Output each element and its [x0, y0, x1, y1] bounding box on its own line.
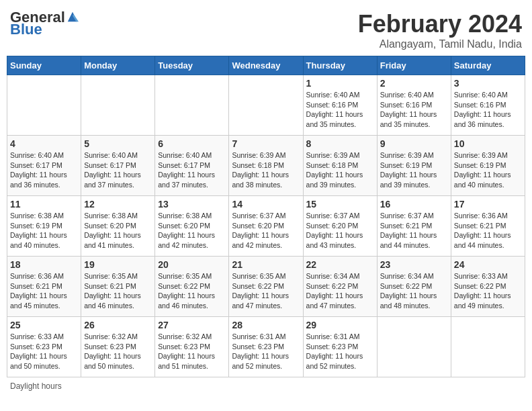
table-row: 23Sunrise: 6:34 AMSunset: 6:22 PMDayligh…: [377, 257, 451, 317]
day-number: 7: [232, 138, 300, 149]
day-number: 19: [84, 259, 152, 270]
day-info: Sunrise: 6:34 AMSunset: 6:22 PMDaylight:…: [380, 271, 448, 311]
day-number: 29: [306, 320, 374, 330]
day-info: Sunrise: 6:36 AMSunset: 6:21 PMDaylight:…: [10, 271, 78, 311]
table-row: [377, 317, 451, 377]
day-number: 18: [10, 259, 78, 270]
day-info: Sunrise: 6:35 AMSunset: 6:21 PMDaylight:…: [84, 271, 152, 311]
table-row: 17Sunrise: 6:36 AMSunset: 6:21 PMDayligh…: [451, 196, 525, 257]
day-info: Sunrise: 6:39 AMSunset: 6:19 PMDaylight:…: [380, 150, 448, 190]
logo-icon: [66, 11, 79, 23]
table-row: 25Sunrise: 6:33 AMSunset: 6:23 PMDayligh…: [7, 317, 81, 377]
subtitle: Alangayam, Tamil Nadu, India: [358, 38, 522, 50]
header: General Blue February 2024 Alangayam, Ta…: [7, 7, 525, 50]
footer: Daylight hours: [7, 381, 525, 391]
day-number: 20: [158, 259, 226, 270]
table-row: 29Sunrise: 6:31 AMSunset: 6:23 PMDayligh…: [303, 317, 377, 377]
col-header-wednesday: Wednesday: [229, 56, 303, 75]
table-row: 5Sunrise: 6:40 AMSunset: 6:17 PMDaylight…: [81, 136, 155, 196]
day-info: Sunrise: 6:31 AMSunset: 6:23 PMDaylight:…: [232, 332, 300, 371]
day-number: 11: [10, 199, 78, 210]
day-info: Sunrise: 6:37 AMSunset: 6:21 PMDaylight:…: [380, 211, 448, 250]
table-row: 10Sunrise: 6:39 AMSunset: 6:19 PMDayligh…: [451, 136, 525, 196]
table-row: 14Sunrise: 6:37 AMSunset: 6:20 PMDayligh…: [229, 196, 303, 257]
day-info: Sunrise: 6:40 AMSunset: 6:16 PMDaylight:…: [380, 90, 448, 130]
main-title: February 2024: [358, 10, 522, 38]
table-row: [155, 75, 229, 136]
table-row: 15Sunrise: 6:37 AMSunset: 6:20 PMDayligh…: [303, 196, 377, 257]
day-info: Sunrise: 6:38 AMSunset: 6:20 PMDaylight:…: [158, 211, 226, 250]
day-number: 10: [454, 138, 522, 149]
table-row: 28Sunrise: 6:31 AMSunset: 6:23 PMDayligh…: [229, 317, 303, 377]
day-info: Sunrise: 6:37 AMSunset: 6:20 PMDaylight:…: [306, 211, 374, 250]
col-header-tuesday: Tuesday: [155, 56, 229, 75]
day-number: 9: [380, 138, 448, 149]
day-info: Sunrise: 6:32 AMSunset: 6:23 PMDaylight:…: [84, 332, 152, 371]
logo-blue-text: Blue: [10, 22, 42, 37]
day-info: Sunrise: 6:33 AMSunset: 6:23 PMDaylight:…: [10, 332, 78, 371]
calendar-table: Sunday Monday Tuesday Wednesday Thursday…: [7, 56, 525, 377]
day-info: Sunrise: 6:36 AMSunset: 6:21 PMDaylight:…: [454, 211, 522, 250]
day-info: Sunrise: 6:40 AMSunset: 6:17 PMDaylight:…: [10, 150, 78, 190]
day-number: 3: [454, 78, 522, 89]
day-number: 12: [84, 199, 152, 210]
day-number: 22: [306, 259, 374, 270]
day-info: Sunrise: 6:35 AMSunset: 6:22 PMDaylight:…: [158, 271, 226, 311]
day-info: Sunrise: 6:34 AMSunset: 6:22 PMDaylight:…: [306, 271, 374, 311]
day-info: Sunrise: 6:39 AMSunset: 6:18 PMDaylight:…: [306, 150, 374, 190]
daylight-hours-label: Daylight hours: [10, 381, 62, 391]
day-number: 28: [232, 320, 300, 330]
table-row: 26Sunrise: 6:32 AMSunset: 6:23 PMDayligh…: [81, 317, 155, 377]
table-row: 1Sunrise: 6:40 AMSunset: 6:16 PMDaylight…: [303, 75, 377, 136]
table-row: 22Sunrise: 6:34 AMSunset: 6:22 PMDayligh…: [303, 257, 377, 317]
table-row: 16Sunrise: 6:37 AMSunset: 6:21 PMDayligh…: [377, 196, 451, 257]
day-number: 21: [232, 259, 300, 270]
day-number: 26: [84, 320, 152, 330]
logo: General Blue: [10, 10, 79, 37]
col-header-sunday: Sunday: [7, 56, 81, 75]
day-number: 14: [232, 199, 300, 210]
day-info: Sunrise: 6:40 AMSunset: 6:17 PMDaylight:…: [158, 150, 226, 190]
table-row: 3Sunrise: 6:40 AMSunset: 6:16 PMDaylight…: [451, 75, 525, 136]
calendar-week-1: 1Sunrise: 6:40 AMSunset: 6:16 PMDaylight…: [7, 75, 525, 136]
day-number: 1: [306, 78, 374, 89]
day-info: Sunrise: 6:40 AMSunset: 6:16 PMDaylight:…: [454, 90, 522, 130]
day-info: Sunrise: 6:35 AMSunset: 6:22 PMDaylight:…: [232, 271, 300, 311]
day-info: Sunrise: 6:33 AMSunset: 6:22 PMDaylight:…: [454, 271, 522, 311]
day-number: 17: [454, 199, 522, 210]
day-info: Sunrise: 6:37 AMSunset: 6:20 PMDaylight:…: [232, 211, 300, 250]
day-number: 27: [158, 320, 226, 330]
calendar-week-3: 11Sunrise: 6:38 AMSunset: 6:19 PMDayligh…: [7, 196, 525, 257]
table-row: 18Sunrise: 6:36 AMSunset: 6:21 PMDayligh…: [7, 257, 81, 317]
table-row: 8Sunrise: 6:39 AMSunset: 6:18 PMDaylight…: [303, 136, 377, 196]
day-number: 23: [380, 259, 448, 270]
table-row: 9Sunrise: 6:39 AMSunset: 6:19 PMDaylight…: [377, 136, 451, 196]
table-row: [7, 75, 81, 136]
day-number: 4: [10, 138, 78, 149]
day-number: 5: [84, 138, 152, 149]
day-number: 2: [380, 78, 448, 89]
day-number: 15: [306, 199, 374, 210]
table-row: 7Sunrise: 6:39 AMSunset: 6:18 PMDaylight…: [229, 136, 303, 196]
table-row: [229, 75, 303, 136]
calendar-week-4: 18Sunrise: 6:36 AMSunset: 6:21 PMDayligh…: [7, 257, 525, 317]
col-header-friday: Friday: [377, 56, 451, 75]
day-number: 13: [158, 199, 226, 210]
calendar-week-2: 4Sunrise: 6:40 AMSunset: 6:17 PMDaylight…: [7, 136, 525, 196]
table-row: [451, 317, 525, 377]
day-number: 24: [454, 259, 522, 270]
table-row: 21Sunrise: 6:35 AMSunset: 6:22 PMDayligh…: [229, 257, 303, 317]
day-info: Sunrise: 6:40 AMSunset: 6:16 PMDaylight:…: [306, 90, 374, 130]
table-row: 19Sunrise: 6:35 AMSunset: 6:21 PMDayligh…: [81, 257, 155, 317]
day-number: 8: [306, 138, 374, 149]
table-row: 11Sunrise: 6:38 AMSunset: 6:19 PMDayligh…: [7, 196, 81, 257]
day-number: 6: [158, 138, 226, 149]
day-info: Sunrise: 6:31 AMSunset: 6:23 PMDaylight:…: [306, 332, 374, 371]
day-info: Sunrise: 6:39 AMSunset: 6:19 PMDaylight:…: [454, 150, 522, 190]
table-row: 4Sunrise: 6:40 AMSunset: 6:17 PMDaylight…: [7, 136, 81, 196]
table-row: 12Sunrise: 6:38 AMSunset: 6:20 PMDayligh…: [81, 196, 155, 257]
table-row: 13Sunrise: 6:38 AMSunset: 6:20 PMDayligh…: [155, 196, 229, 257]
calendar-header-row: Sunday Monday Tuesday Wednesday Thursday…: [7, 56, 525, 75]
col-header-monday: Monday: [81, 56, 155, 75]
day-number: 16: [380, 199, 448, 210]
